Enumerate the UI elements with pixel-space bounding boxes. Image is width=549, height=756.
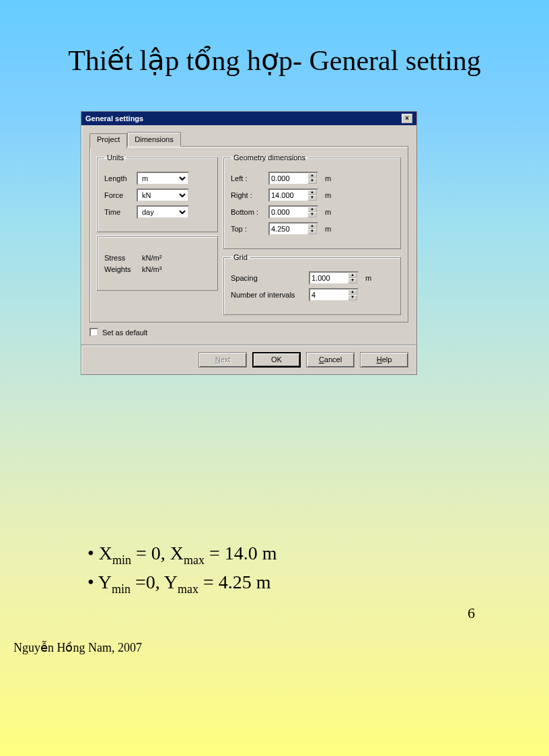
page-number: 6 (468, 605, 475, 622)
titlebar: General settings × (81, 112, 416, 125)
author-footer: Nguyễn Hồng Nam, 2007 (13, 640, 142, 655)
set-default-checkbox[interactable] (89, 328, 98, 337)
slide-bullets: Xmin = 0, Xmax = 14.0 m Ymin =0, Ymax = … (87, 539, 277, 600)
cancel-button[interactable]: Cancel (306, 352, 355, 368)
ok-button[interactable]: OK (252, 352, 301, 368)
bottom-label: Bottom : (231, 208, 264, 216)
spacing-unit: m (365, 274, 371, 282)
time-select[interactable]: day (137, 205, 189, 219)
grid-legend: Grid (231, 253, 250, 261)
left-spinner[interactable]: ▲▼ (307, 172, 318, 185)
stress-value: kN/m² (142, 254, 161, 262)
left-unit: m (325, 174, 331, 182)
spacing-input[interactable] (309, 271, 348, 285)
arrow-up-icon[interactable]: ▲ (307, 224, 317, 229)
spacing-spinner[interactable]: ▲▼ (348, 271, 359, 285)
left-input[interactable] (268, 172, 307, 185)
length-label: Length (104, 174, 133, 182)
close-icon[interactable]: × (402, 114, 412, 123)
intervals-spinner[interactable]: ▲▼ (348, 288, 359, 302)
grid-group: Grid Spacing ▲▼ m Number of intervals ▲▼ (223, 253, 401, 315)
length-select[interactable]: m (137, 172, 189, 185)
tab-dimensions[interactable]: Dimensions (127, 132, 180, 147)
spacing-label: Spacing (231, 274, 305, 282)
arrow-down-icon[interactable]: ▼ (307, 178, 317, 184)
tab-strip: Project Dimensions (89, 132, 408, 147)
arrow-up-icon[interactable]: ▲ (307, 190, 317, 195)
help-button[interactable]: Help (360, 352, 408, 368)
right-label: Right : (231, 191, 264, 199)
units-group: Units Length m Force kN Time day (97, 153, 218, 232)
set-default-row: Set as default (89, 328, 408, 337)
dialog-body: Project Dimensions Units Length m Force … (81, 125, 416, 345)
arrow-up-icon[interactable]: ▲ (348, 273, 357, 278)
arrow-up-icon[interactable]: ▲ (348, 289, 357, 295)
units-legend: Units (104, 153, 126, 162)
dialog-title: General settings (85, 114, 143, 123)
arrow-down-icon[interactable]: ▼ (307, 229, 317, 234)
stress-label: Stress (104, 254, 138, 262)
bottom-input[interactable] (268, 205, 307, 219)
dialog-footer: Next OK Cancel Help (81, 345, 416, 374)
arrow-down-icon[interactable]: ▼ (348, 295, 357, 300)
arrow-up-icon[interactable]: ▲ (307, 207, 317, 212)
slide-title: Thiết lập tổng hợp- General setting (0, 0, 549, 77)
bottom-unit: m (325, 208, 331, 216)
intervals-label: Number of intervals (231, 291, 305, 299)
general-settings-dialog: General settings × Project Dimensions Un… (81, 111, 417, 375)
top-spinner[interactable]: ▲▼ (307, 222, 318, 236)
geometry-group: Geometry dimensions Left : ▲▼ m Right : … (223, 153, 401, 249)
bullet-2: Ymin =0, Ymax = 4.25 m (87, 572, 277, 596)
next-button[interactable]: Next (198, 352, 247, 368)
geometry-legend: Geometry dimensions (231, 153, 308, 162)
right-spinner[interactable]: ▲▼ (307, 188, 318, 202)
bullet-1: Xmin = 0, Xmax = 14.0 m (87, 543, 277, 568)
intervals-input[interactable] (309, 288, 348, 302)
force-select[interactable]: kN (137, 188, 189, 202)
force-label: Force (104, 191, 133, 199)
weights-label: Weights (104, 265, 138, 273)
time-label: Time (104, 208, 133, 216)
arrow-down-icon[interactable]: ▼ (307, 212, 317, 217)
top-input[interactable] (268, 222, 307, 236)
top-unit: m (325, 225, 331, 233)
weights-value: kN/m³ (142, 265, 161, 273)
right-input[interactable] (268, 188, 307, 202)
left-label: Left : (231, 174, 264, 182)
right-unit: m (325, 191, 331, 199)
arrow-down-icon[interactable]: ▼ (348, 278, 357, 283)
bottom-spinner[interactable]: ▲▼ (307, 205, 318, 219)
tab-project[interactable]: Project (89, 133, 127, 148)
top-label: Top : (231, 225, 264, 233)
set-default-label: Set as default (102, 329, 147, 337)
arrow-down-icon[interactable]: ▼ (307, 195, 317, 201)
derived-group: Stress kN/m² Weights kN/m³ (97, 236, 218, 291)
arrow-up-icon[interactable]: ▲ (307, 173, 317, 178)
dimensions-panel: Units Length m Force kN Time day (89, 146, 408, 322)
